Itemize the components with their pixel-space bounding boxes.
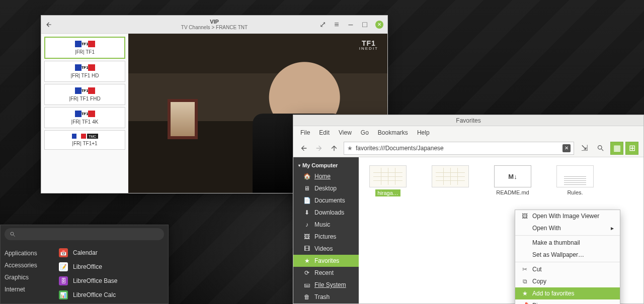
app-libreoffice-base[interactable]: 🗄LibreOffice Base (56, 275, 168, 286)
channel-item[interactable]: TF1|FR| TF1 FHD (44, 84, 125, 105)
address-bar[interactable]: ★ favorites:///Documents/Japanese ✕ (344, 142, 574, 155)
file-pane[interactable]: hiraga…M↓README.mdRules. 🖼Open With Imag… (359, 157, 643, 303)
sidebar-heading-computer[interactable]: ▾My Computer (293, 160, 359, 170)
channel-label: |FR| TF1 4K (71, 119, 99, 125)
channel-item[interactable]: TF1|FR| TF1 (44, 37, 125, 59)
set-decoration (168, 99, 198, 139)
svg-line-1 (601, 149, 603, 151)
ctx-add-favorites[interactable]: ★Add to favorites (515, 287, 620, 299)
back-button[interactable] (45, 21, 57, 28)
channel-logo: TF1 (75, 64, 95, 71)
menu-help[interactable]: Help (417, 129, 430, 136)
file-label: README.md (496, 189, 529, 195)
ctx-pin[interactable]: 📌Pin (515, 299, 620, 304)
sidebar-item-trash[interactable]: 🗑Trash (293, 291, 359, 303)
file-item[interactable]: M↓README.md (491, 165, 535, 195)
nav-back-button[interactable] (298, 143, 309, 154)
sidebar-item-label: Documents (314, 197, 345, 204)
sidebar-item-downloads[interactable]: ⬇Downloads (293, 207, 359, 219)
ctx-set-wallpaper[interactable]: Set as Wallpaper… (515, 249, 620, 261)
favorites-icon: ★ (303, 257, 310, 264)
file-item[interactable]: Rules. (553, 165, 597, 195)
file-item[interactable] (428, 165, 472, 189)
chevron-right-icon: ▸ (611, 225, 614, 232)
menu-category-accessories[interactable]: Accessories (3, 259, 56, 271)
new-tab-icon[interactable]: ⇲ (578, 142, 590, 154)
sidebar-item-pictures[interactable]: 🖼Pictures (293, 231, 359, 243)
menu-bookmarks[interactable]: Bookmarks (378, 129, 408, 136)
sidebar-item-recent[interactable]: ⟳Recent (293, 267, 359, 279)
sidebar-item-label: Downloads (314, 209, 344, 216)
sidebar-heading-bookmarks[interactable]: ▾Bookmarks (293, 303, 359, 303)
close-button[interactable]: ✕ (375, 21, 383, 29)
ctx-copy[interactable]: ⧉Copy (515, 275, 620, 287)
search-icon (10, 231, 16, 237)
file-thumbnail: M↓ (494, 165, 531, 187)
menu-view[interactable]: View (339, 129, 352, 136)
trash-icon: 🗑 (303, 293, 310, 300)
menu-category-internet[interactable]: Internet (3, 283, 56, 295)
nav-up-button[interactable] (329, 143, 340, 154)
svg-point-2 (11, 232, 14, 235)
sidebar-item-label: Trash (314, 293, 330, 300)
menu-category-graphics[interactable]: Graphics (3, 271, 56, 283)
sidebar-item-label: Recent (314, 269, 334, 276)
menubar: FileEditViewGoBookmarksHelp (293, 126, 643, 139)
sidebar-item-label: File System (314, 281, 346, 288)
sidebar-item-home[interactable]: 🏠Home (293, 170, 359, 182)
sidebar-item-file-system[interactable]: 🖴File System (293, 279, 359, 291)
sidebar-item-desktop[interactable]: 🖥Desktop (293, 182, 359, 194)
star-icon: ★ (347, 145, 353, 152)
star-icon: ★ (521, 290, 528, 297)
app-icon: 📅 (59, 248, 68, 257)
minimize-button[interactable]: – (347, 21, 354, 28)
clear-address-button[interactable]: ✕ (562, 144, 571, 152)
menu-edit[interactable]: Edit (319, 129, 330, 136)
svg-line-3 (14, 235, 15, 237)
menu-go[interactable]: Go (361, 129, 369, 136)
menu-file[interactable]: File (300, 129, 310, 136)
search-input[interactable] (5, 228, 164, 240)
app-label: Calendar (73, 249, 98, 256)
nav-forward-button[interactable] (313, 143, 325, 154)
channel-item[interactable]: TF1|FR| TF1 HD (44, 61, 125, 82)
ctx-open-with[interactable]: Open With▸ (515, 222, 620, 234)
channel-label: |FR| TF1 FHD (69, 96, 100, 102)
channel-list[interactable]: TF1|FR| TF1TF1|FR| TF1 HDTF1|FR| TF1 FHD… (41, 34, 128, 193)
menu-icon[interactable]: ≡ (333, 21, 340, 28)
app-libreoffice-calc[interactable]: 📊LibreOffice Calc (56, 289, 168, 300)
sidebar-item-favorites[interactable]: ★Favorites (293, 255, 359, 267)
app-libreoffice[interactable]: 📝LibreOffice (56, 261, 168, 272)
ctx-open-image-viewer[interactable]: 🖼Open With Image Viewer (515, 210, 620, 222)
menu-category-applications[interactable]: Applications (3, 247, 56, 259)
fullscreen-icon[interactable]: ⤢ (319, 21, 326, 28)
music-icon: ♪ (303, 221, 310, 228)
maximize-button[interactable]: □ (361, 21, 368, 28)
app-menu: ApplicationsAccessoriesGraphicsInternet … (0, 225, 169, 304)
sidebar-item-documents[interactable]: 📄Documents (293, 194, 359, 207)
toolbar: ★ favorites:///Documents/Japanese ✕ ⇲ ▦ … (293, 139, 643, 157)
search-icon[interactable] (594, 142, 606, 154)
view-icons-button[interactable]: ▦ (610, 142, 623, 155)
desktop-icon: 🖥 (303, 185, 310, 192)
sidebar-item-videos[interactable]: 🎞Videos (293, 243, 359, 255)
channel-label: |FR| TF1 (75, 49, 95, 55)
app-calendar[interactable]: 📅Calendar (56, 247, 168, 258)
downloads-icon: ⬇ (303, 209, 310, 216)
file-item[interactable]: hiraga… (366, 165, 410, 196)
copy-icon: ⧉ (521, 278, 528, 285)
sidebar-item-label: Pictures (314, 233, 336, 240)
channel-item[interactable]: TMC|FR| TF1+1 (44, 130, 125, 150)
menu-search-row (1, 225, 168, 242)
channel-item[interactable]: TF1|FR| TF1 4K (44, 107, 125, 128)
pin-icon: 📌 (521, 302, 528, 304)
ctx-cut[interactable]: ✂Cut (515, 263, 620, 275)
svg-point-0 (598, 146, 602, 150)
app-label: LibreOffice (73, 263, 102, 270)
file-thumbnail (432, 165, 469, 187)
ctx-make-thumbnail[interactable]: Make a thumbnail (515, 237, 620, 249)
view-grid-button[interactable]: ⊞ (625, 142, 638, 155)
videos-icon: 🎞 (303, 245, 310, 252)
sidebar-item-music[interactable]: ♪Music (293, 219, 359, 231)
file-system-icon: 🖴 (303, 281, 310, 288)
